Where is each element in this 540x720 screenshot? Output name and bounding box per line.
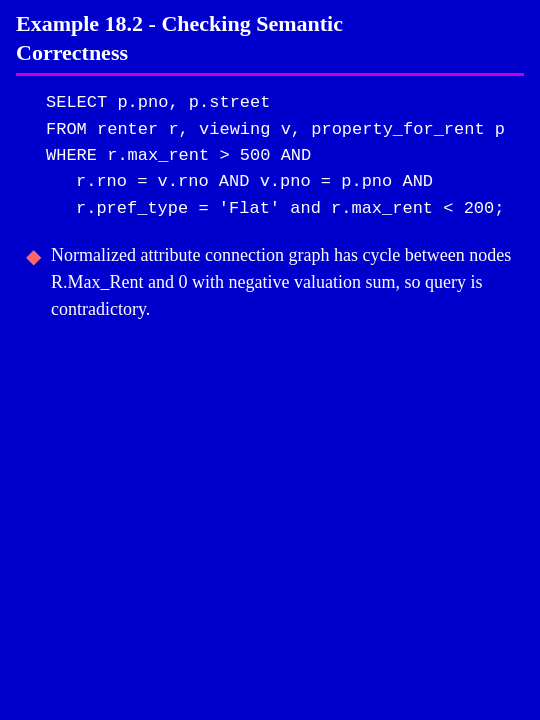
code-line-4: r.rno = v.rno AND v.pno = p.pno AND — [76, 169, 524, 195]
bullet-section: ◆ Normalized attribute connection graph … — [16, 242, 524, 323]
slide-container: Example 18.2 - Checking Semantic Correct… — [0, 0, 540, 720]
code-line-5: r.pref_type = 'Flat' and r.max_rent < 20… — [76, 196, 524, 222]
code-line-1: SELECT p.pno, p.street — [46, 90, 524, 116]
code-line-3: WHERE r.max_rent > 500 AND — [46, 143, 524, 169]
bullet-icon: ◆ — [26, 244, 41, 268]
slide-title: Example 18.2 - Checking Semantic Correct… — [16, 10, 524, 67]
code-block: SELECT p.pno, p.street FROM renter r, vi… — [46, 90, 524, 222]
title-area: Example 18.2 - Checking Semantic Correct… — [16, 10, 524, 76]
title-line1: Example 18.2 - Checking Semantic — [16, 11, 343, 36]
code-line-2: FROM renter r, viewing v, property_for_r… — [46, 117, 524, 143]
bullet-text: Normalized attribute connection graph ha… — [51, 242, 524, 323]
title-line2: Correctness — [16, 40, 128, 65]
